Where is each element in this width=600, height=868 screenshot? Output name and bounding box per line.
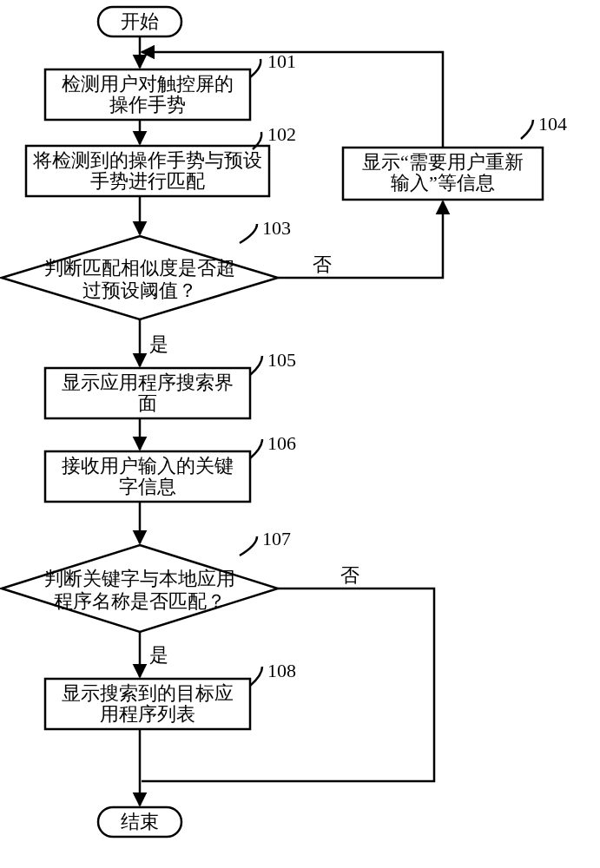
terminal-end: 结束 — [98, 807, 181, 837]
decision-103-line2: 过预设阈值？ — [82, 279, 197, 301]
decision-103-num: 103 — [262, 217, 291, 239]
terminal-start: 开始 — [98, 7, 181, 36]
decision-107-line2: 程序名称是否匹配？ — [54, 590, 226, 612]
callout-101 — [250, 59, 260, 77]
step-106-line1: 接收用户输入的关键 — [62, 455, 234, 477]
step-106-num: 106 — [267, 432, 296, 454]
decision-103-line1: 判断匹配相似度是否超 — [44, 257, 235, 279]
edge-103-no-label: 否 — [313, 253, 332, 275]
decision-107-line1: 判断关键字与本地应用 — [44, 568, 235, 589]
terminal-end-label: 结束 — [121, 811, 159, 832]
edge-107-yes-label: 是 — [149, 644, 168, 666]
step-104-num: 104 — [538, 113, 567, 135]
step-108: 显示搜索到的目标应 用程序列表 — [45, 679, 250, 729]
callout-104 — [521, 120, 533, 139]
callout-108 — [250, 667, 262, 686]
callout-103 — [240, 224, 257, 243]
step-105: 显示应用程序搜索界 面 — [45, 368, 250, 418]
step-101-num: 101 — [267, 50, 296, 72]
step-108-line1: 显示搜索到的目标应 — [62, 682, 234, 704]
decision-103: 判断匹配相似度是否超 过预设阈值？ — [2, 236, 278, 319]
step-105-num: 105 — [267, 349, 296, 371]
step-101-line2: 操作手势 — [109, 94, 186, 115]
step-102-line2: 手势进行匹配 — [90, 170, 205, 192]
callout-107 — [240, 536, 257, 556]
terminal-start-label: 开始 — [121, 10, 159, 32]
step-104-line1: 显示“需要用户重新 — [362, 151, 524, 173]
step-101: 检测用户对触控屏的 操作手势 — [45, 69, 250, 120]
step-102: 将检测到的操作手势与预设 手势进行匹配 — [26, 146, 269, 196]
step-105-line1: 显示应用程序搜索界 — [62, 372, 234, 393]
step-108-num: 108 — [267, 660, 296, 681]
step-108-line2: 用程序列表 — [100, 703, 195, 725]
edge-107-no-label: 否 — [340, 564, 359, 586]
callout-106 — [250, 439, 262, 458]
step-105-line2: 面 — [138, 392, 157, 414]
decision-107: 判断关键字与本地应用 程序名称是否匹配？ — [2, 545, 278, 632]
edge-103-yes-label: 是 — [149, 333, 168, 355]
step-102-num: 102 — [267, 123, 296, 145]
step-102-line1: 将检测到的操作手势与预设 — [32, 149, 262, 171]
step-104-line2: 输入”等信息 — [391, 172, 495, 194]
step-106: 接收用户输入的关键 字信息 — [45, 451, 250, 502]
decision-107-num: 107 — [262, 528, 291, 549]
step-101-line1: 检测用户对触控屏的 — [62, 73, 234, 95]
edge-103-no-104 — [278, 201, 443, 278]
step-106-line2: 字信息 — [119, 476, 176, 497]
step-104: 显示“需要用户重新 输入”等信息 — [343, 148, 543, 200]
callout-105 — [250, 356, 262, 375]
